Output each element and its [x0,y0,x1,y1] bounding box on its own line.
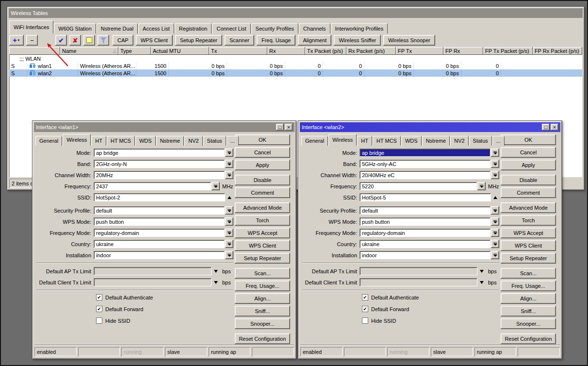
field-input[interactable]: ap bridge [359,149,490,157]
dialog-action-button[interactable]: Torch [235,215,290,226]
field-input[interactable]: indoor [94,251,225,259]
dialog-action-button[interactable]: Apply [235,160,290,170]
dialog-action-button[interactable]: Comment [235,187,290,198]
checkbox[interactable]: ✔ [362,306,368,312]
dialog-action-button[interactable]: Align... [235,293,290,304]
dialog-action-button[interactable]: Disable [501,175,556,185]
dialog-action-button[interactable]: Cancel [501,147,556,158]
dialog-action-button[interactable]: Cancel [235,147,290,158]
dropdown-button[interactable] [477,182,486,190]
comment-button[interactable] [83,35,95,46]
dialog-action-button[interactable]: Comment [501,187,556,198]
close-button[interactable]: × [285,124,293,131]
remove-button[interactable]: − [26,35,38,46]
comment-row[interactable]: ;;; WLAN [9,55,582,62]
dropdown-button[interactable] [225,206,233,215]
column-header[interactable]: Name △ [60,47,118,55]
dialog-tab[interactable]: Wireless [328,134,357,146]
dialog-tab[interactable]: WDS [401,136,422,146]
dialog-tab[interactable]: HT MCS [373,136,401,146]
field-input-disabled[interactable] [94,278,212,286]
enable-button[interactable]: ✔ [55,35,67,46]
field-input[interactable]: push button [94,217,225,226]
checkbox[interactable] [96,317,102,324]
dialog-action-button[interactable]: WPS Client [235,240,290,251]
table-row-wlan1[interactable]: S wlan1 Wireless (Atheros AR... 1500 0 b… [9,62,582,69]
dialog-action-button[interactable]: WPS Accept [235,228,290,238]
main-tab[interactable]: Security Profiles [251,23,298,33]
dialog-action-button[interactable]: Freq. Usage... [235,281,290,291]
dropdown-arrow-icon[interactable] [477,281,486,284]
field-input[interactable]: 5GHz-only-AC [359,160,490,168]
dropdown-button[interactable] [225,149,233,157]
dialog-action-button[interactable]: Advanced Mode [501,202,556,213]
dialog-titlebar[interactable]: Interface <wlan1> □ × [34,122,294,132]
dialog-tab[interactable]: HT MCS [107,136,135,146]
toolbar-button[interactable]: Wireless Snooper [383,35,435,46]
field-input[interactable]: 2GHz-only-N [94,160,225,168]
maximize-button[interactable]: □ [276,124,284,131]
dialog-titlebar[interactable]: Interface <wlan2> □ × [300,122,560,132]
field-input[interactable]: ap bridge [94,149,225,157]
main-tab[interactable]: Interworking Profiles [331,23,388,33]
main-tab[interactable]: Registration [175,23,212,33]
dropdown-button[interactable] [225,251,233,259]
dialog-tab[interactable]: WDS [135,136,156,146]
main-tab[interactable]: WiFi Interfaces [9,20,53,33]
column-header[interactable]: FP Rx [443,47,483,55]
column-header[interactable]: FP Tx Packet (p/s) [483,47,533,55]
dropdown-button[interactable] [491,160,499,168]
dialog-tab[interactable]: NV2 [450,136,468,146]
dialog-action-button[interactable]: Freq. Usage... [501,281,556,291]
main-tab[interactable]: W60G Station [54,23,96,33]
dialog-action-button[interactable]: Disable [235,175,290,185]
dropdown-button[interactable] [225,240,233,248]
toolbar-button[interactable]: WPS Client [136,35,173,46]
dropdown-button[interactable] [491,206,499,215]
maximize-button[interactable]: □ [542,124,550,131]
checkbox[interactable]: ✔ [96,294,102,300]
dropdown-arrow-icon[interactable] [212,270,220,273]
field-input[interactable]: ukraine [359,240,490,248]
dialog-action-button[interactable]: Scan... [501,268,556,279]
field-input[interactable]: push button [359,217,490,226]
field-input[interactable]: 2437 [94,182,211,190]
dropdown-button[interactable] [491,171,499,179]
field-input[interactable]: 5220 [359,182,477,190]
dropdown-button[interactable] [491,229,499,237]
dropdown-button[interactable] [225,160,233,168]
column-header[interactable] [9,47,60,55]
field-input[interactable]: indoor [359,251,490,259]
dialog-action-button[interactable]: Setup Repeater [501,253,556,264]
dialog-action-button[interactable]: Sniff... [235,306,290,316]
field-input[interactable]: default [94,206,225,215]
field-input[interactable]: ukraine [94,240,225,248]
dialog-action-button[interactable]: Align... [501,293,556,304]
dialog-action-button[interactable]: Sniff... [501,306,556,316]
dropdown-button[interactable] [225,217,233,226]
dialog-tab[interactable]: HT [357,136,372,146]
disable-button[interactable]: ✘ [69,35,81,46]
main-tab[interactable]: Channels [299,23,330,33]
dialog-action-button[interactable]: OK [501,134,556,145]
checkbox[interactable]: ✔ [96,306,102,312]
dropdown-button[interactable] [225,171,233,179]
dialog-action-button[interactable]: Snooper... [501,318,556,329]
column-header[interactable]: Tx [209,47,267,55]
dialog-tab[interactable]: Status [203,136,226,146]
dialog-tab[interactable]: Wireless [63,134,91,146]
filter-button[interactable] [98,35,109,46]
dialog-tab[interactable]: ... [227,136,239,146]
dropdown-arrow-icon[interactable] [477,270,486,273]
main-tab[interactable]: Nstreme Dual [97,23,138,33]
checkbox[interactable]: ✔ [362,294,368,300]
dialog-action-button[interactable]: Apply [501,160,556,170]
dropdown-button[interactable] [225,229,233,237]
close-button[interactable]: × [551,124,558,131]
checkbox[interactable] [362,317,368,324]
dialog-action-button[interactable]: WPS Client [501,240,556,251]
dialog-tab[interactable]: Nstreme [422,136,450,146]
toolbar-button[interactable]: Freq. Usage [257,35,296,46]
column-header[interactable]: Tx Packet (p/s) [305,47,346,55]
toolbar-button[interactable]: CAP [113,35,133,46]
